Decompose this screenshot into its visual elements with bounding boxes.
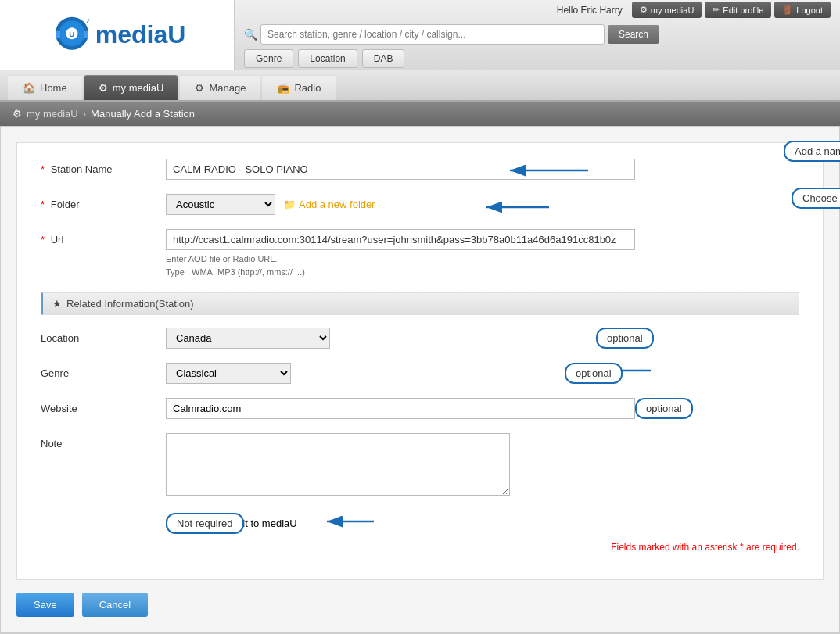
optional-website: optional <box>635 398 693 419</box>
svg-rect-5 <box>84 30 88 38</box>
required-asterisk: * <box>740 542 746 553</box>
url-input[interactable] <box>166 229 635 250</box>
location-row: Location Canada USA UK Australia <box>41 328 799 349</box>
genre-label: Genre <box>41 363 166 379</box>
logo-text: mediaU <box>95 20 186 49</box>
note-textarea[interactable] <box>166 433 510 496</box>
folder-row: * Folder Acoustic Pop Jazz Rock 📁 Add <box>41 194 799 215</box>
action-buttons: Save Cancel <box>16 593 824 617</box>
url-row: * Url Enter AOD file or Radio URL. Type … <box>41 229 799 278</box>
user-greeting: Hello Eric Harry <box>557 5 623 16</box>
main-nav: 🏠 Home ⚙ my mediaU ⚙ Manage 📻 Radio <box>0 70 840 102</box>
note-label: Note <box>41 433 166 450</box>
arrow-recommend <box>319 512 382 534</box>
location-pill[interactable]: Location <box>298 49 357 68</box>
note-control <box>166 433 799 498</box>
my-mediau-btn[interactable]: ⚙ my mediaU <box>632 2 702 18</box>
genre-row: Genre Classical Pop Rock Jazz option <box>41 363 799 384</box>
folder-label: * Folder <box>41 194 166 210</box>
save-button[interactable]: Save <box>16 593 74 617</box>
website-control <box>166 398 799 419</box>
svg-rect-4 <box>56 30 60 38</box>
breadcrumb-parent[interactable]: my mediaU <box>27 108 78 120</box>
breadcrumb-current: Manually Add a Station <box>91 108 195 120</box>
optional-genre: optional <box>565 363 623 384</box>
breadcrumb-separator: › <box>83 108 86 120</box>
station-name-row: * Station Name Add a name for this chann… <box>41 159 799 180</box>
website-label: Website <box>41 398 166 414</box>
logout-icon: 🚪 <box>782 5 793 15</box>
search-input[interactable] <box>260 24 605 45</box>
url-hint: Enter AOD file or Radio URL. Type : WMA,… <box>166 253 799 278</box>
tab-manage[interactable]: ⚙ Manage <box>180 75 260 100</box>
folder-icon: 📁 <box>283 199 296 210</box>
top-right: Hello Eric Harry ⚙ my mediaU ✏ Edit prof… <box>235 0 840 74</box>
optional-location: optional <box>596 328 654 349</box>
top-bar: U ♪ mediaU Hello Eric Harry ⚙ my mediaU … <box>0 0 840 70</box>
location-select[interactable]: Canada USA UK Australia <box>166 328 330 349</box>
dab-pill[interactable]: DAB <box>362 49 405 68</box>
radio-icon: 📻 <box>277 82 289 94</box>
search-button[interactable]: Search <box>608 25 659 44</box>
breadcrumb: ⚙ my mediaU › Manually Add a Station <box>0 102 840 126</box>
location-label: Location <box>41 328 166 344</box>
user-bar: Hello Eric Harry ⚙ my mediaU ✏ Edit prof… <box>244 2 831 18</box>
folder-row-inner: Acoustic Pop Jazz Rock 📁 Add a new folde… <box>166 194 799 215</box>
user-icon: ⚙ <box>640 5 648 15</box>
logo-icon: U ♪ <box>48 12 95 59</box>
location-control: Canada USA UK Australia <box>166 328 799 349</box>
station-name-input[interactable] <box>166 159 635 180</box>
nav-pills: Genre Location DAB <box>244 49 831 68</box>
star-icon: ★ <box>52 298 62 310</box>
required-note: Fields marked with an asterisk * are req… <box>41 542 799 553</box>
search-bar: 🔍 Search <box>244 24 831 45</box>
recommend-row: Recommend it to mediaU Not required <box>166 512 799 534</box>
edit-icon: ✏ <box>713 5 720 15</box>
my-mediau-tab-icon: ⚙ <box>99 82 108 94</box>
manage-icon: ⚙ <box>195 82 204 94</box>
genre-control: Classical Pop Rock Jazz <box>166 363 799 384</box>
genre-select[interactable]: Classical Pop Rock Jazz <box>166 363 291 384</box>
edit-profile-btn[interactable]: ✏ Edit profile <box>705 2 771 18</box>
svg-text:U: U <box>69 29 74 38</box>
url-label: * Url <box>41 229 166 245</box>
content-area: * Station Name Add a name for this chann… <box>0 126 840 633</box>
folder-select[interactable]: Acoustic Pop Jazz Rock <box>166 194 275 215</box>
website-input[interactable] <box>166 398 635 419</box>
tab-my-mediau[interactable]: ⚙ my mediaU <box>84 75 179 100</box>
station-name-label: * Station Name <box>41 159 166 175</box>
related-info-header: ★ Related Information(Station) <box>41 292 799 315</box>
required-star-2: * <box>41 199 45 210</box>
genre-pill[interactable]: Genre <box>244 49 293 68</box>
logo-area: U ♪ mediaU <box>0 0 235 70</box>
required-star-1: * <box>41 163 45 175</box>
add-folder-link[interactable]: 📁 Add a new folder <box>283 199 375 210</box>
svg-text:♪: ♪ <box>86 15 90 24</box>
choose-folder-annotation: Choose a folder or create one <box>792 188 840 209</box>
note-row: Note <box>41 433 799 498</box>
logout-btn[interactable]: 🚪 Logout <box>774 2 831 18</box>
form-section: * Station Name Add a name for this chann… <box>16 142 824 580</box>
tab-home[interactable]: 🏠 Home <box>8 75 82 100</box>
search-icon: 🔍 <box>244 28 257 41</box>
cancel-button[interactable]: Cancel <box>82 593 148 617</box>
station-name-control <box>166 159 799 180</box>
required-star-3: * <box>41 234 45 245</box>
add-name-annotation: Add a name for this channel <box>784 141 840 162</box>
not-required-annotation: Not required <box>166 513 244 534</box>
home-icon: 🏠 <box>23 82 35 94</box>
breadcrumb-icon: ⚙ <box>13 108 22 120</box>
url-control: Enter AOD file or Radio URL. Type : WMA,… <box>166 229 799 278</box>
website-row: Website optional <box>41 398 799 419</box>
tab-radio[interactable]: 📻 Radio <box>262 75 336 100</box>
folder-control: Acoustic Pop Jazz Rock 📁 Add a new folde… <box>166 194 799 215</box>
